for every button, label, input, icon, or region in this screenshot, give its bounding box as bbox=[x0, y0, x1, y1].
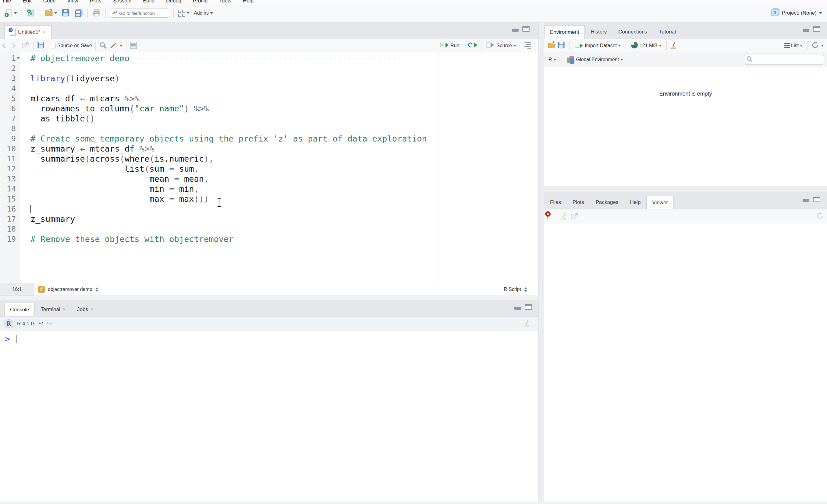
run-button[interactable]: Run bbox=[439, 41, 460, 50]
close-icon[interactable]: × bbox=[63, 307, 65, 312]
minimize-icon[interactable] bbox=[802, 29, 809, 32]
chevron-down-icon bbox=[800, 45, 803, 47]
environment-search-input[interactable] bbox=[753, 57, 817, 62]
divider bbox=[464, 41, 464, 50]
language-selector[interactable]: R bbox=[547, 56, 557, 63]
environment-selector[interactable]: Global Environment bbox=[566, 55, 625, 64]
menu-edit[interactable]: Edit bbox=[17, 0, 37, 4]
refresh-icon[interactable] bbox=[816, 212, 824, 221]
open-file-button[interactable] bbox=[43, 8, 58, 18]
broom-icon[interactable] bbox=[561, 212, 569, 221]
code-line: rownames_to_column("car_name") %>% bbox=[31, 104, 209, 114]
compile-notebook-icon[interactable] bbox=[130, 41, 138, 50]
save-icon bbox=[61, 9, 70, 17]
memory-usage-button[interactable]: 121 MiB bbox=[629, 40, 663, 51]
menu-bar: FileEditCodeViewPlotsSessionBuildDebugPr… bbox=[0, 0, 827, 5]
menu-plots[interactable]: Plots bbox=[84, 0, 107, 4]
clear-viewer-icon[interactable]: × bbox=[547, 213, 553, 220]
tab-plots[interactable]: Plots bbox=[567, 196, 590, 209]
horizontal-splitter[interactable] bbox=[544, 186, 827, 192]
menu-tools[interactable]: Tools bbox=[213, 0, 237, 4]
code-segment: # objectremover demo -------------------… bbox=[31, 54, 402, 63]
new-file-button[interactable] bbox=[3, 8, 18, 18]
tab-help[interactable]: Help bbox=[624, 196, 646, 209]
code-segment: = bbox=[169, 184, 174, 193]
goto-file-box[interactable] bbox=[109, 8, 170, 18]
tab-connections[interactable]: Connections bbox=[613, 25, 653, 39]
new-file-icon bbox=[4, 9, 13, 17]
menu-session[interactable]: Session bbox=[107, 0, 137, 4]
tab-history[interactable]: History bbox=[585, 25, 613, 39]
save-button[interactable] bbox=[60, 8, 71, 18]
tab-files[interactable]: Files bbox=[544, 196, 567, 209]
maximize-icon[interactable] bbox=[522, 26, 530, 32]
environment-search-box[interactable] bbox=[744, 55, 824, 64]
project-menu-button[interactable]: R Project: (None) bbox=[770, 8, 824, 18]
forward-icon[interactable] bbox=[10, 43, 15, 48]
fold-arrow-icon[interactable] bbox=[16, 57, 20, 59]
tab-terminal[interactable]: Terminal× bbox=[35, 303, 71, 316]
back-icon[interactable] bbox=[2, 43, 8, 48]
save-workspace-icon[interactable] bbox=[557, 41, 566, 50]
close-icon[interactable]: × bbox=[43, 30, 46, 35]
minimize-icon[interactable] bbox=[515, 307, 521, 310]
new-project-button[interactable]: R bbox=[25, 8, 36, 18]
search-icon[interactable] bbox=[99, 41, 107, 50]
tab-untitled1[interactable]: R Untitled1* × bbox=[4, 25, 51, 39]
source-button[interactable]: Source bbox=[485, 41, 518, 50]
chevron-down-icon[interactable] bbox=[120, 45, 123, 47]
maximize-icon[interactable] bbox=[813, 26, 820, 32]
text-cursor bbox=[31, 205, 31, 213]
print-button[interactable] bbox=[91, 8, 102, 18]
vertical-splitter[interactable] bbox=[538, 22, 544, 502]
tab-console[interactable]: Console bbox=[4, 303, 35, 316]
chevron-down-icon bbox=[210, 12, 213, 14]
import-dataset-button[interactable]: Import Dataset bbox=[573, 41, 622, 51]
tab-viewer[interactable]: Viewer bbox=[646, 196, 674, 209]
view-working-dir-icon[interactable]: ↪ bbox=[47, 320, 52, 328]
console[interactable]: > bbox=[0, 331, 538, 502]
refresh-icon[interactable] bbox=[811, 41, 819, 50]
code-editor[interactable]: 12345678910111213141516171819 # objectre… bbox=[0, 52, 538, 283]
code-segment: = bbox=[169, 164, 174, 173]
tab-environment[interactable]: Environment bbox=[544, 25, 585, 39]
menu-debug[interactable]: Debug bbox=[160, 0, 187, 4]
menu-file[interactable]: File bbox=[0, 0, 17, 4]
addins-button[interactable]: Addins bbox=[193, 9, 214, 17]
goto-file-input[interactable] bbox=[119, 11, 165, 16]
close-icon[interactable]: × bbox=[91, 307, 93, 312]
magic-wand-icon[interactable] bbox=[109, 41, 118, 50]
broom-icon[interactable] bbox=[670, 41, 679, 50]
menu-profile[interactable]: Profile bbox=[187, 0, 213, 4]
code-segment: z_summary bbox=[31, 144, 80, 153]
menu-view[interactable]: View bbox=[61, 0, 84, 4]
open-workspace-icon[interactable] bbox=[547, 41, 556, 50]
tab-tutorial[interactable]: Tutorial bbox=[653, 25, 682, 39]
maximize-icon[interactable] bbox=[813, 197, 820, 202]
pane-layout-button[interactable] bbox=[177, 9, 191, 18]
section-selector[interactable]: # objectremover demo bbox=[34, 283, 500, 295]
code-segment: summarise bbox=[31, 154, 85, 163]
minimize-icon[interactable] bbox=[512, 29, 519, 32]
menu-build[interactable]: Build bbox=[137, 0, 160, 4]
chevron-down-icon[interactable] bbox=[821, 45, 824, 47]
popout-icon[interactable] bbox=[571, 212, 579, 221]
list-view-button[interactable]: List bbox=[782, 42, 804, 49]
tab-label: Help bbox=[630, 199, 640, 206]
file-type-selector[interactable]: R Script bbox=[500, 283, 538, 295]
minimize-icon[interactable] bbox=[802, 199, 809, 202]
popout-icon[interactable] bbox=[21, 41, 30, 50]
tab-packages[interactable]: Packages bbox=[590, 196, 624, 209]
rerun-icon[interactable] bbox=[468, 42, 478, 50]
save-icon[interactable] bbox=[37, 41, 46, 50]
broom-icon[interactable] bbox=[523, 320, 532, 328]
code-segment: rownames_to_column bbox=[31, 104, 130, 113]
save-all-button[interactable] bbox=[73, 8, 84, 18]
document-outline-icon[interactable] bbox=[524, 42, 531, 49]
tab-jobs[interactable]: Jobs× bbox=[71, 303, 99, 316]
console-prompt: > bbox=[5, 334, 10, 344]
menu-code[interactable]: Code bbox=[38, 0, 61, 4]
menu-help[interactable]: Help bbox=[237, 0, 259, 4]
maximize-icon[interactable] bbox=[525, 304, 532, 310]
source-on-save-checkbox[interactable] bbox=[50, 43, 55, 48]
